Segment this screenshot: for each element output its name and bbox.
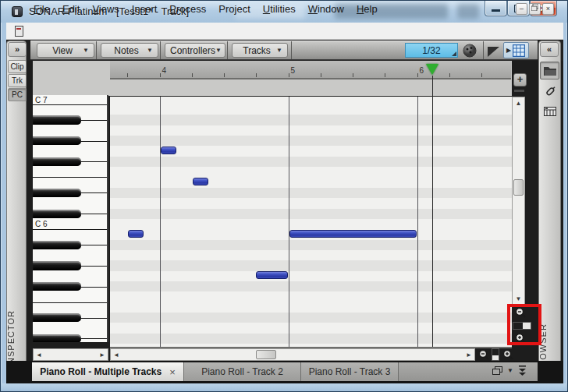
view-tab[interactable]: Piano Roll - Track 3 (301, 362, 399, 381)
midi-note-g6[interactable] (161, 147, 176, 154)
black-key[interactable] (33, 313, 81, 322)
tab-close-icon[interactable]: × (169, 366, 176, 378)
inspector-tab-clip[interactable]: Clip (8, 60, 27, 73)
menu-bar (6, 23, 563, 40)
menu-help[interactable]: Help (350, 1, 384, 18)
black-key[interactable] (33, 210, 81, 218)
toolbar-dropdown-view[interactable]: View▼ (37, 43, 94, 58)
keyboard-scrollbar[interactable]: ◄ ► (33, 348, 108, 361)
play-triangle-icon: ▶ (506, 47, 511, 54)
zoom-slider-handle[interactable] (492, 349, 499, 355)
tab-menu-caret-icon[interactable]: ▼ (507, 367, 513, 374)
menu-file[interactable]: File (27, 1, 56, 18)
scroll-down-button[interactable]: ▼ (513, 293, 524, 304)
grid-row-e (110, 177, 512, 187)
ruler-tick (449, 73, 450, 77)
black-key[interactable] (33, 282, 81, 291)
view-tab-label: Piano Roll - Multiple Tracks (40, 366, 162, 377)
snap-grid-button[interactable]: ▶ (503, 42, 529, 58)
vertical-scroll-thumb[interactable] (513, 179, 524, 196)
pattern-brush-icon[interactable] (463, 44, 477, 61)
grid-row-gs (110, 260, 512, 270)
midi-note-b5[interactable] (289, 230, 417, 238)
mdi-minimize-button[interactable]: – (516, 3, 527, 15)
key-gap-line (81, 318, 107, 319)
grid-row-b (110, 104, 512, 115)
vertical-scrollbar[interactable]: ▲ ▼ (512, 97, 525, 305)
menu-window[interactable]: Window (302, 1, 350, 18)
black-key[interactable] (33, 334, 81, 342)
menu-edit[interactable]: Edit (56, 1, 86, 18)
toolbar-dropdown-controllers[interactable]: Controllers▼ (165, 43, 225, 58)
inspector-tab-pc[interactable]: PC (8, 88, 27, 101)
flag-tool-icon[interactable] (488, 46, 499, 60)
view-tab[interactable]: Piano Roll - Track 2 (184, 362, 301, 381)
grid-row-ds (110, 188, 512, 198)
horizontal-scroll-thumb[interactable] (256, 350, 276, 359)
black-key[interactable] (33, 189, 81, 197)
scroll-up-button[interactable]: ▲ (513, 97, 524, 108)
toolbar-separator (160, 41, 161, 59)
white-key-line (33, 229, 107, 230)
black-key[interactable] (33, 157, 81, 166)
zoom-fit-button[interactable]: + (513, 73, 527, 87)
midi-note-g5[interactable] (256, 271, 288, 279)
black-key[interactable] (33, 136, 81, 145)
minimize-button[interactable] (485, 1, 507, 16)
ruler-tick (256, 73, 257, 77)
horizontal-scrollbar[interactable]: ◄ ► (110, 348, 475, 361)
white-key-line (33, 302, 107, 303)
grid-row-as (110, 115, 512, 125)
mdi-close-button[interactable]: × (542, 3, 554, 15)
expand-inspector-button[interactable]: » (8, 42, 27, 57)
synth-rack-icon[interactable] (540, 102, 559, 120)
measure-number: 5 (291, 66, 296, 75)
horizontal-zoom-out-button[interactable] (477, 349, 490, 361)
measure-line (417, 97, 418, 347)
black-key[interactable] (33, 261, 81, 270)
piano-keyboard[interactable]: C 7C 6 (33, 95, 108, 342)
time-ruler[interactable]: 456 (110, 61, 511, 79)
toolbar-separator (96, 41, 97, 59)
key-gap-line (81, 266, 107, 267)
tab-well: Piano Roll - Multiple Tracks×Piano Roll … (32, 362, 538, 381)
ruler-tick (192, 73, 193, 77)
ruler-tick (385, 73, 385, 77)
grid-row-a (110, 250, 512, 260)
menu-process[interactable]: Process (163, 1, 212, 18)
black-key[interactable] (33, 241, 81, 249)
midi-note-e6[interactable] (193, 178, 208, 185)
menu-utilities[interactable]: Utilities (257, 1, 302, 18)
inspector-tab-trk[interactable]: Trk (8, 74, 27, 87)
horizontal-zoom-in-button[interactable] (502, 349, 514, 361)
collapse-tabs-icon[interactable] (518, 366, 527, 376)
toolbar-dropdown-tracks[interactable]: Tracks▼ (232, 43, 288, 58)
toolbar-dropdown-notes[interactable]: Notes▼ (101, 43, 158, 58)
horizontal-zoom-slider[interactable] (492, 348, 499, 361)
splitter-handle[interactable] (514, 90, 524, 92)
playhead-line (432, 76, 433, 347)
grid-icon (513, 44, 525, 57)
scroll-right-button[interactable]: ► (98, 350, 107, 359)
expand-browser-button[interactable]: « (540, 42, 559, 57)
cascade-windows-icon[interactable] (492, 366, 502, 375)
view-tab[interactable]: Piano Roll - Multiple Tracks× (32, 362, 184, 381)
scroll-left-button[interactable]: ◄ (34, 350, 44, 359)
mdi-restore-button[interactable] (529, 3, 541, 15)
playhead-marker[interactable] (426, 64, 438, 75)
ruler-tick (481, 73, 482, 77)
app-window: SONAR Platinum - [Tesst1* - Track] ✕ Fil… (0, 0, 568, 392)
menu-views[interactable]: Views (86, 1, 125, 18)
scroll-left-button[interactable]: ◄ (112, 350, 121, 359)
note-grid[interactable] (110, 97, 512, 347)
plugin-browser-icon[interactable] (540, 82, 559, 100)
white-key-line (33, 177, 107, 178)
menu-project[interactable]: Project (212, 1, 256, 18)
grid-row-e (110, 302, 512, 313)
scroll-right-button[interactable]: ► (464, 350, 474, 359)
media-browser-icon[interactable] (540, 62, 559, 79)
snap-resolution-selector[interactable]: 1/32 (405, 43, 458, 58)
menu-insert[interactable]: Insert (126, 1, 164, 18)
black-key[interactable] (33, 115, 81, 124)
midi-note-b5[interactable] (128, 230, 144, 238)
